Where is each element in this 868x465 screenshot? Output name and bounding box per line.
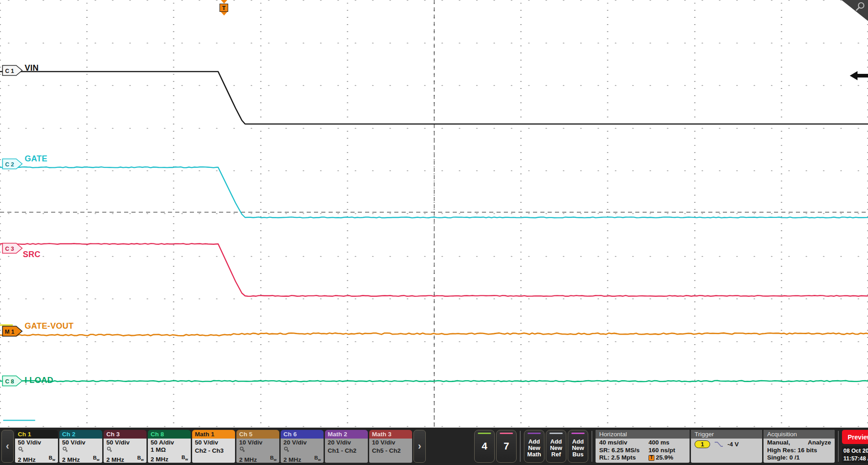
bandwidth-limit-icon: Bw — [137, 454, 144, 463]
wave-label-src[interactable]: C 3 SRC — [2, 237, 41, 259]
ch6-scale: 20 V/div — [283, 439, 321, 446]
svg-text:C 1: C 1 — [5, 68, 14, 74]
magnifier-icon — [854, 1, 866, 13]
falling-edge-icon — [714, 441, 724, 448]
ch2-bandwidth: 2 MHz — [62, 456, 80, 463]
channel-badge-math3[interactable]: Math 3 10 V/div Ch5 - Ch2 — [369, 430, 412, 463]
ch5-bandwidth: 2 MHz — [239, 456, 257, 463]
channel-badge-ch1[interactable]: Ch 1 50 V/div 2 MHz Bw — [15, 430, 58, 463]
trigger-panel[interactable]: Trigger 1 -4 V — [691, 430, 762, 463]
bottom-toolbar: ‹ Ch 1 50 V/div 2 MHz Bw Ch 2 50 V/div — [0, 428, 868, 465]
ch2-scale: 50 V/div — [62, 439, 99, 446]
ch8-scale: 50 A/div — [151, 439, 188, 446]
wave-name-gate-vout: GATE-VOUT — [25, 321, 73, 331]
channel-tag-c8: C 8 — [2, 375, 23, 387]
waveform-display: T C 1 VIN C 2 GATE — [0, 0, 868, 428]
record-length: RL: 2.5 Mpts — [599, 454, 648, 462]
sample-rate: SR: 6.25 MS/s — [599, 447, 648, 455]
channel-tag-c1: C 1 — [2, 65, 23, 77]
horizontal-panel[interactable]: Horizontal 40 ms/div 400 ms SR: 6.25 MS/… — [596, 430, 690, 463]
ch4-color-stripe — [478, 433, 491, 434]
ch8-bandwidth: 2 MHz — [151, 456, 168, 463]
ch6-bandwidth: 2 MHz — [283, 456, 301, 463]
ch8-impedance: 1 MΩ — [151, 446, 188, 454]
probe-icon — [18, 446, 55, 454]
acq-single-count: Single: 0 /1 — [767, 454, 800, 462]
sample-resolution: 160 ns/pt — [648, 447, 686, 455]
horizontal-span: 400 ms — [648, 439, 686, 447]
probe-icon — [62, 446, 99, 454]
channel-badge-ch8[interactable]: Ch 8 50 A/div 1 MΩ 2 MHz Bw — [148, 430, 191, 463]
math1-source: Ch2 - Ch3 — [195, 447, 232, 455]
math2-scale: 20 V/div — [328, 439, 365, 446]
ch3-bandwidth: 2 MHz — [106, 456, 124, 463]
trigger-t-mini-icon: T — [648, 455, 654, 461]
toolbar-divider — [520, 431, 521, 462]
acq-mode: Manual, — [767, 439, 790, 447]
toolbar-divider — [838, 431, 839, 462]
math3-scale: 10 V/div — [372, 439, 409, 446]
channel-badge-math2[interactable]: Math 2 20 V/div Ch1 - Ch2 — [325, 430, 368, 463]
add-new-bus-button[interactable]: Add New Bus — [568, 430, 588, 463]
channel-badge-ch3[interactable]: Ch 3 50 V/div 2 MHz Bw — [104, 430, 146, 463]
add-new-math-button[interactable]: Add New Math — [524, 430, 544, 463]
math-color-stripe — [528, 433, 541, 434]
oscilloscope-screen: T C 1 VIN C 2 GATE — [0, 0, 868, 465]
horizontal-scale: 40 ms/div — [599, 439, 648, 447]
scroll-right-button[interactable]: › — [413, 430, 426, 463]
bandwidth-limit-icon: Bw — [270, 454, 277, 463]
ch5-scale: 10 V/div — [239, 439, 277, 446]
acquisition-panel[interactable]: Acquisition Manual, Analyze High Res: 16… — [763, 430, 835, 463]
channel-badge-ch6[interactable]: Ch 6 20 V/div 2 MHz Bw — [281, 430, 324, 463]
channel-badge-ch5[interactable]: Ch 5 10 V/div 2 MHz Bw — [236, 430, 279, 463]
trigger-source-badge: 1 — [695, 440, 710, 448]
add-new-ref-button[interactable]: Add New Ref — [546, 430, 566, 463]
trigger-level: -4 V — [727, 441, 739, 448]
math2-source: Ch1 - Ch2 — [328, 447, 365, 455]
ch1-bandwidth: 2 MHz — [18, 456, 36, 463]
ch3-scale: 50 V/div — [106, 439, 144, 446]
channel-tag-c3: C 3 — [2, 243, 23, 254]
acq-analyze: Analyze — [808, 439, 831, 447]
channel-tag-c2: C 2 — [2, 158, 23, 170]
ref-color-stripe — [549, 433, 563, 434]
channel-tag-m1: M 1 — [2, 326, 23, 337]
svg-text:C 2: C 2 — [5, 161, 14, 168]
svg-text:C 8: C 8 — [5, 378, 14, 385]
channel-7-button[interactable]: 7 — [496, 430, 517, 463]
channel-badge-ch2[interactable]: Ch 2 50 V/div 2 MHz Bw — [59, 430, 102, 463]
scroll-left-button[interactable]: ‹ — [1, 430, 14, 463]
bandwidth-limit-icon: Bw — [182, 454, 188, 463]
time-text: 11:57:48 AM — [843, 455, 868, 462]
wave-label-gate[interactable]: C 2 GATE — [2, 158, 47, 170]
wave-label-gate-vout[interactable]: M 1 GATE-VOUT — [2, 326, 73, 337]
ch7-color-stripe — [500, 433, 513, 434]
wave-name-src: SRC — [23, 250, 41, 259]
math1-scale: 50 V/div — [195, 439, 232, 446]
bandwidth-limit-icon: Bw — [49, 454, 55, 463]
ch1-scale: 50 V/div — [18, 439, 55, 446]
math3-source: Ch5 - Ch2 — [372, 447, 409, 455]
trigger-position-marker[interactable]: T — [220, 0, 228, 16]
trace-i-load — [0, 381, 868, 382]
channel-4-button[interactable]: 4 — [474, 430, 495, 463]
wave-label-vin[interactable]: C 1 VIN — [2, 65, 39, 77]
wave-name-iload: I LOAD — [25, 376, 53, 385]
date-text: 08 Oct 2024 — [843, 448, 868, 454]
trigger-marker-bottom-arrow-icon — [221, 12, 227, 16]
acq-resolution: High Res: 16 bits — [767, 447, 817, 455]
channel-badge-math1[interactable]: Math 1 50 V/div Ch2 - Ch3 — [192, 430, 235, 463]
svg-text:C 3: C 3 — [5, 246, 14, 252]
probe-icon — [239, 446, 277, 454]
trigger-marker-top-arrow-icon — [221, 0, 227, 4]
probe-icon — [283, 446, 321, 454]
graticule-and-traces — [0, 0, 868, 428]
wave-label-iload[interactable]: C 8 I LOAD — [2, 375, 53, 387]
datetime-display[interactable]: 08 Oct 2024 11:57:48 AM — [842, 446, 868, 463]
trigger-t-icon: T — [220, 4, 228, 12]
preview-button[interactable]: Preview — [842, 430, 868, 444]
bandwidth-limit-icon: Bw — [314, 454, 321, 463]
toolbar-divider — [591, 431, 592, 462]
bandwidth-limit-icon: Bw — [93, 454, 99, 463]
trigger-level-arrow-icon[interactable] — [849, 69, 868, 82]
